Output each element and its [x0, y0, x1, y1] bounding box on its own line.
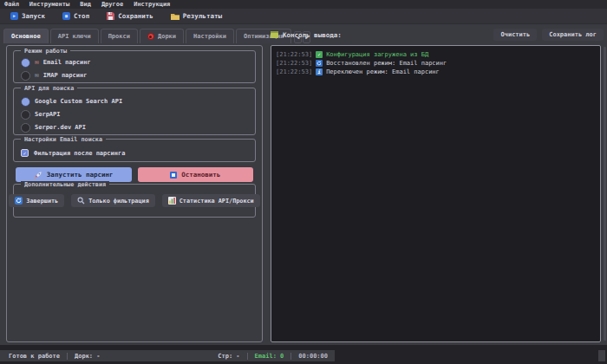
status-dork: Дорк: -: [75, 353, 101, 360]
status-email-count: Email: 0: [255, 353, 284, 360]
bar-chart-icon: [168, 197, 176, 205]
tab-api-keys[interactable]: API ключи: [50, 29, 99, 43]
run-parsing-button[interactable]: Запустить парсинг: [16, 167, 132, 182]
statusbar-grip: [598, 350, 605, 361]
radio-email-parsing[interactable]: ✉ Email парсинг: [21, 57, 255, 68]
refresh-icon: [15, 197, 23, 205]
filter-checkbox-label: Фильтрация после парсинга: [34, 150, 125, 157]
radio-imap-label: IMAP парсинг: [43, 72, 88, 79]
stop-icon: ■: [62, 12, 70, 20]
console-output[interactable]: [21:22:53] ✓ Конфигурация загружена из Б…: [271, 45, 601, 342]
menu-file[interactable]: Файл: [4, 1, 19, 8]
menu-instruction[interactable]: Инструкция: [134, 1, 170, 8]
magnifier-icon: [77, 197, 85, 205]
filter-only-button[interactable]: Только фильтрация: [71, 194, 155, 207]
tab-api-keys-label: API ключи: [58, 33, 91, 40]
stop-parsing-button[interactable]: Остановить: [138, 167, 254, 182]
footer: Готов к работе Дорк: - Стр: - Email: 0 0…: [0, 345, 607, 364]
radio-serpapi-label: SerpAPI: [35, 111, 61, 118]
radio-unselected-icon: [21, 71, 30, 81]
finish-button[interactable]: Завершить: [9, 194, 64, 207]
tab-proxy[interactable]: Прокси: [101, 29, 138, 43]
tab-settings[interactable]: Настройки: [186, 29, 234, 43]
toolbar-results-button[interactable]: Результаты: [165, 10, 228, 22]
console-header: Консоль вывода: Очистить Сохранить лог: [271, 26, 604, 43]
filter-only-label: Только фильтрация: [88, 198, 149, 205]
status-divider: [67, 353, 68, 360]
info-icon: i: [316, 68, 323, 75]
toolbar-start-button[interactable]: ▶ Запуск: [4, 10, 51, 22]
email-settings-title: Настройки Email поиска: [21, 136, 106, 143]
tab-main[interactable]: Основное: [3, 29, 49, 43]
api-group-title: API для поиска: [21, 85, 77, 92]
tab-main-label: Основное: [11, 33, 41, 40]
status-page: Стр: -: [218, 353, 239, 360]
finish-label: Завершить: [26, 198, 58, 205]
radio-unselected-icon: [21, 123, 30, 133]
toolbar-start-label: Запуск: [22, 12, 45, 20]
console-line: [21:22:53] Восстановлен режим: Email пар…: [276, 59, 596, 67]
refresh-icon: [316, 60, 323, 67]
email-icon: ✉: [35, 59, 39, 66]
console-line: [21:22:53] ✓ Конфигурация загружена из Б…: [276, 50, 596, 58]
stats-button[interactable]: Статистика API/Прокси: [162, 194, 260, 207]
console-scrollbar[interactable]: [604, 47, 606, 341]
console-save-log-button[interactable]: Сохранить лог: [542, 29, 604, 41]
tab-proxy-label: Прокси: [108, 33, 130, 40]
run-parsing-label: Запустить парсинг: [47, 171, 114, 179]
rocket-icon: [34, 171, 42, 179]
tab-settings-label: Настройки: [193, 33, 226, 40]
save-icon: [107, 12, 114, 20]
toolbar-stop-label: Стоп: [74, 12, 89, 20]
radio-imap-parsing[interactable]: ✉ IMAP парсинг: [21, 70, 255, 81]
toolbar-stop-button[interactable]: ■ Стоп: [56, 10, 95, 22]
tab-dorks[interactable]: Дорки: [140, 29, 184, 43]
play-icon: ▶: [10, 12, 18, 20]
radio-serper-dev[interactable]: Serper.dev API: [21, 122, 255, 133]
mode-group-title: Режим работы: [21, 48, 70, 55]
email-settings-group: Настройки Email поиска ✓ Фильтрация посл…: [13, 139, 256, 162]
status-bar: Готов к работе Дорк: - Стр: - Email: 0 0…: [0, 350, 335, 361]
menu-view[interactable]: Вид: [80, 1, 91, 8]
log-timestamp: [21:22:53]: [276, 51, 312, 58]
tab-dorks-label: Дорки: [158, 33, 176, 40]
status-divider: [290, 353, 291, 360]
radio-selected-icon: [21, 58, 30, 68]
menu-tools[interactable]: Инструменты: [29, 1, 69, 8]
radio-serper-label: Serper.dev API: [35, 124, 86, 131]
radio-unselected-icon: [21, 110, 30, 120]
menu-bar: Файл Инструменты Вид Другое Инструкция: [0, 0, 607, 9]
log-text: Переключен режим: Email парсинг: [326, 68, 440, 75]
extra-actions-title: Дополнительные действия: [21, 181, 109, 188]
menu-other[interactable]: Другое: [101, 1, 123, 8]
console-clear-button[interactable]: Очистить: [493, 29, 537, 41]
mode-group: Режим работы ✉ Email парсинг ✉ IMAP парс…: [13, 50, 256, 83]
toolbar-save-label: Сохранить: [118, 12, 153, 20]
extra-actions-group: Дополнительные действия Завершить Только…: [13, 184, 256, 218]
status-divider: [247, 353, 248, 360]
toolbar-results-label: Результаты: [183, 12, 222, 20]
toolbar-save-button[interactable]: Сохранить: [101, 10, 160, 22]
stop-parsing-label: Остановить: [181, 171, 220, 179]
console-line: [21:22:53] i Переключен режим: Email пар…: [276, 68, 596, 75]
imap-icon: ✉: [35, 72, 39, 79]
run-stop-row: Запустить парсинг Остановить: [16, 167, 253, 182]
filter-after-parse-checkbox[interactable]: ✓ Фильтрация после парсинга: [21, 149, 255, 157]
log-text: Восстановлен режим: Email парсинг: [326, 60, 447, 67]
check-icon: ✓: [316, 51, 323, 58]
radio-serpapi[interactable]: SerpAPI: [21, 109, 255, 120]
log-timestamp: [21:22:53]: [276, 60, 312, 67]
radio-email-label: Email парсинг: [43, 59, 91, 66]
stats-label: Статистика API/Прокси: [179, 198, 254, 205]
radio-google-cse[interactable]: Google Custom Search API: [21, 96, 255, 107]
console-title: Консоль вывода:: [283, 31, 342, 39]
stop-square-icon: [170, 172, 177, 179]
toolbar: ▶ Запуск ■ Стоп Сохранить Результаты: [0, 9, 607, 24]
console-icon: [271, 31, 278, 38]
log-text: Конфигурация загружена из БД: [326, 51, 428, 58]
folder-icon: [171, 13, 179, 20]
api-group: API для поиска Google Custom Search API …: [13, 88, 256, 135]
status-state: Готов к работе: [9, 353, 60, 360]
radio-google-label: Google Custom Search API: [35, 98, 122, 105]
settings-panel: Режим работы ✉ Email парсинг ✉ IMAP парс…: [6, 45, 263, 342]
